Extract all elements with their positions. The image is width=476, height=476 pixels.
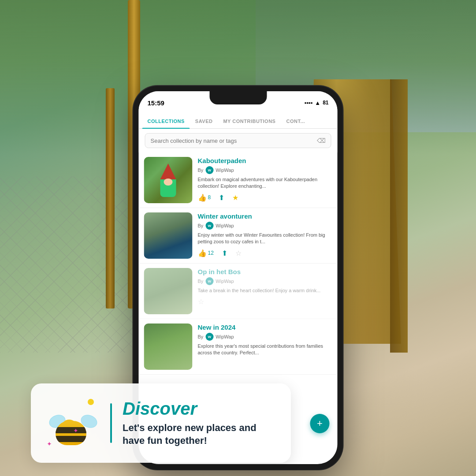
phone-notch <box>209 91 267 104</box>
search-input-wrap: ⌫ <box>145 133 331 148</box>
bee-body <box>56 421 86 445</box>
collection-thumb-4 <box>144 324 193 370</box>
collection-author-3: By W WipWap <box>198 277 332 285</box>
info-card-text: Discover Let's explore new places and ha… <box>123 399 275 447</box>
collection-info-3: Op in het Bos By W WipWap Take a break i… <box>198 268 332 306</box>
collection-info-2: Winter avonturen By W WipWap Enjoy winte… <box>198 212 332 257</box>
bee-stripe-1 <box>56 427 86 433</box>
collection-desc-4: Explore this year's most special contrib… <box>198 343 332 357</box>
collection-title-4: New in 2024 <box>198 324 332 331</box>
bee-stripe-2 <box>56 436 86 442</box>
star-outline-icon-2: ☆ <box>235 249 242 257</box>
tabs-bar: COLLECTIONS SAVED MY CONTRIBUTIONS CONT.… <box>139 114 338 129</box>
thumbs-up-icon-2: 👍 <box>198 249 207 257</box>
collection-thumb-3 <box>144 268 193 314</box>
tab-cont[interactable]: CONT... <box>281 114 310 128</box>
share-button-2[interactable]: ⬆ <box>222 249 227 257</box>
sun-circle <box>88 399 94 405</box>
search-input[interactable] <box>151 138 317 144</box>
author-avatar-1: W <box>205 166 213 174</box>
wifi-icon: ▲ <box>315 100 320 106</box>
tab-my-contributions[interactable]: MY CONTRIBUTIONS <box>218 114 281 128</box>
rope-net <box>0 176 145 353</box>
fab-button[interactable]: + <box>310 414 330 433</box>
info-card-divider <box>110 403 112 443</box>
collection-item-4[interactable]: New in 2024 By W WipWap Explore this yea… <box>139 319 338 375</box>
favorite-button-2[interactable]: ☆ <box>235 249 242 257</box>
collection-author-4: By W WipWap <box>198 333 332 341</box>
battery-indicator: 81 <box>323 100 328 106</box>
search-bar: ⌫ <box>139 129 338 152</box>
status-bar: 15:59 ▪▪▪▪ ▲ 81 <box>139 91 338 114</box>
like-button-1[interactable]: 👍 8 <box>198 193 211 202</box>
star-dot-1: ✦ <box>47 440 52 447</box>
info-card: ✦ ✦ Discover Let's explore new places an… <box>31 383 291 463</box>
info-card-title: Discover <box>123 399 275 418</box>
collection-actions-3: ☆ <box>198 298 332 306</box>
collection-title-1: Kabouterpaden <box>198 157 332 164</box>
star-dot-2: ✦ <box>73 427 78 434</box>
gnome-face <box>164 178 173 186</box>
collection-info-1: Kabouterpaden By W WipWap Embark on magi… <box>198 157 332 202</box>
status-icons: ▪▪▪▪ ▲ 81 <box>305 100 329 106</box>
share-icon-2: ⬆ <box>222 249 227 257</box>
signal-icon: ▪▪▪▪ <box>305 100 312 106</box>
bee-mascot: ✦ ✦ <box>47 397 100 450</box>
sun-decoration <box>86 397 96 407</box>
collection-item-2[interactable]: Winter avonturen By W WipWap Enjoy winte… <box>139 208 338 264</box>
star-icon-1: ★ <box>232 193 238 202</box>
author-avatar-3: W <box>205 277 213 285</box>
collection-desc-2: Enjoy winter with our Winter Favourites … <box>198 232 332 245</box>
collection-author-2: By W WipWap <box>198 222 332 230</box>
gnome-thumb-image <box>144 157 193 203</box>
share-button-1[interactable]: ⬆ <box>219 193 224 202</box>
collection-item-1[interactable]: Kabouterpaden By W WipWap Embark on magi… <box>139 152 338 208</box>
collection-info-4: New in 2024 By W WipWap Explore this yea… <box>198 324 332 360</box>
tab-collections[interactable]: COLLECTIONS <box>142 114 190 128</box>
share-icon-1: ⬆ <box>219 193 224 202</box>
status-time: 15:59 <box>148 99 164 107</box>
park-thumb-image <box>144 324 193 370</box>
collection-title-3: Op in het Bos <box>198 268 332 275</box>
pole-left2 <box>106 88 115 309</box>
favorite-button-3[interactable]: ☆ <box>198 298 204 306</box>
author-avatar-2: W <box>205 222 213 230</box>
collection-desc-1: Embark on magical adventures with our Ka… <box>198 176 332 190</box>
thumbs-up-icon-1: 👍 <box>198 193 207 202</box>
gnome-figure <box>157 164 179 197</box>
collection-thumb-2 <box>144 212 193 259</box>
collection-actions-1: 👍 8 ⬆ ★ <box>198 193 332 202</box>
structure-right-side <box>390 79 408 353</box>
clear-search-icon[interactable]: ⌫ <box>317 137 326 144</box>
animals-thumb-image <box>144 212 193 259</box>
collection-item-3[interactable]: Op in het Bos By W WipWap Take a break i… <box>139 264 338 319</box>
star-outline-icon-3: ☆ <box>198 298 204 306</box>
collection-title-2: Winter avonturen <box>198 212 332 220</box>
like-button-2[interactable]: 👍 12 <box>198 249 214 257</box>
info-card-subtitle: Let's explore new places and have fun to… <box>123 422 275 447</box>
collection-thumb-1 <box>144 157 193 203</box>
gnome-hat <box>160 164 176 179</box>
collection-desc-3: Take a break in the heart collection! En… <box>198 287 332 294</box>
forest-thumb-image <box>144 268 193 314</box>
favorite-button-1[interactable]: ★ <box>232 193 238 202</box>
tab-saved[interactable]: SAVED <box>190 114 218 128</box>
collection-actions-2: 👍 12 ⬆ ☆ <box>198 249 332 257</box>
collection-author-1: By W WipWap <box>198 166 332 174</box>
author-avatar-4: W <box>205 333 213 341</box>
